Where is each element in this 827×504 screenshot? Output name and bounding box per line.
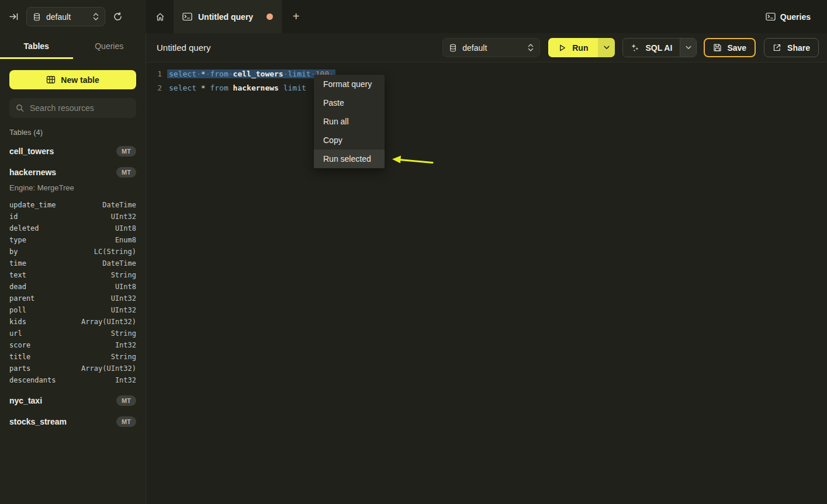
column-name: title: [9, 353, 30, 361]
column-name: type: [9, 236, 26, 244]
column-type: String: [111, 353, 136, 361]
terminal-icon: [766, 12, 776, 21]
tables-section-label: Tables (4): [9, 128, 136, 137]
query-header: Untitled query default: [146, 33, 827, 62]
code-token: select: [169, 69, 196, 78]
column-row: update_timeDateTime: [9, 199, 136, 211]
column-name: poll: [9, 306, 26, 314]
table-name: hackernews: [9, 168, 56, 177]
collapse-sidebar-icon[interactable]: [9, 12, 19, 22]
engine-badge: MT: [116, 167, 136, 178]
main-area: Untitled query default: [146, 33, 827, 504]
sidebar-tab-tables[interactable]: Tables: [0, 33, 73, 59]
share-button[interactable]: Share: [764, 38, 819, 57]
sql-editor[interactable]: 1select·*·from·cell_towers·limit·100·2se…: [146, 62, 827, 504]
unsaved-dot: [267, 13, 273, 20]
table-row-stocks_stream[interactable]: stocks_streamMT: [9, 415, 136, 428]
column-type: UInt8: [115, 283, 136, 291]
column-row: parentUInt32: [9, 293, 136, 304]
column-name: text: [9, 271, 26, 279]
menu-item-run-all[interactable]: Run all: [314, 112, 385, 131]
code-text: select * from hackernews limit: [169, 84, 306, 92]
line-number: 1: [149, 69, 162, 78]
sql-ai-button[interactable]: SQL AI: [623, 39, 680, 57]
sidebar-tab-queries[interactable]: Queries: [73, 33, 146, 59]
new-table-label: New table: [61, 75, 99, 85]
add-tab-button[interactable]: +: [282, 0, 310, 33]
sql-ai-label: SQL AI: [645, 43, 672, 53]
column-row: deadUInt8: [9, 281, 136, 293]
database-icon: [33, 13, 41, 21]
context-menu: Format queryPasteRun allCopyRun selected: [314, 75, 385, 168]
table-row-nyc_taxi[interactable]: nyc_taxiMT: [9, 394, 136, 407]
header-database-value: default: [462, 43, 487, 53]
save-button[interactable]: Save: [704, 38, 756, 57]
table-name: stocks_stream: [9, 417, 67, 426]
code-token: hackernews: [233, 84, 279, 92]
sql-ai-button-group: SQL AI: [622, 38, 697, 57]
table-row-hackernews[interactable]: hackernewsMT: [9, 166, 136, 179]
code-token: *: [201, 69, 206, 78]
column-row: textString: [9, 269, 136, 281]
terminal-icon: [182, 12, 192, 21]
top-bar: default: [0, 0, 827, 33]
column-row: urlString: [9, 328, 136, 339]
column-type: DateTime: [102, 259, 136, 267]
run-dropdown-button[interactable]: [598, 38, 615, 57]
column-name: url: [9, 329, 22, 338]
database-selector-value: default: [46, 12, 71, 22]
run-button-group: Run: [548, 38, 615, 57]
home-icon[interactable]: [146, 0, 174, 33]
refresh-icon[interactable]: [113, 12, 123, 22]
column-type: UInt32: [111, 306, 136, 314]
menu-item-run-selected[interactable]: Run selected: [314, 150, 385, 168]
menu-item-copy[interactable]: Copy: [314, 131, 385, 150]
code-token: from: [210, 69, 228, 78]
editor-lines: 1select·*·from·cell_towers·limit·100·2se…: [146, 67, 827, 95]
column-name: score: [9, 341, 30, 349]
line-number: 2: [149, 84, 162, 92]
chevron-updown-icon: [93, 12, 99, 21]
database-selector[interactable]: default: [26, 7, 105, 26]
tab-untitled-query[interactable]: Untitled query: [174, 0, 282, 33]
query-title: Untitled query: [157, 43, 211, 53]
menu-item-paste[interactable]: Paste: [314, 93, 385, 112]
column-type: UInt32: [111, 294, 136, 303]
column-row: pollUInt32: [9, 304, 136, 316]
column-row: partsArray(UInt32): [9, 363, 136, 374]
run-label: Run: [572, 43, 588, 53]
editor-line-1[interactable]: 1select·*·from·cell_towers·limit·100·: [146, 67, 827, 81]
column-name: by: [9, 248, 18, 256]
save-label: Save: [727, 43, 746, 53]
search-input[interactable]: [29, 103, 130, 113]
save-icon: [713, 43, 722, 52]
menu-item-format-query[interactable]: Format query: [314, 75, 385, 93]
column-row: byLC(String): [9, 246, 136, 258]
column-type: UInt8: [115, 224, 136, 232]
table-name: nyc_taxi: [9, 396, 42, 405]
column-row: titleString: [9, 351, 136, 363]
columns-list: update_timeDateTimeidUInt32deletedUInt8t…: [9, 199, 136, 386]
column-name: dead: [9, 283, 26, 291]
column-type: Int32: [115, 376, 136, 384]
engine-badge: MT: [116, 395, 136, 406]
code-token: limit: [288, 69, 311, 78]
table-row-cell_towers[interactable]: cell_towersMT: [9, 145, 136, 158]
column-row: typeEnum8: [9, 234, 136, 246]
sparkles-icon: [631, 43, 639, 52]
editor-line-2[interactable]: 2select * from hackernews limit: [146, 81, 827, 95]
sidebar: Tables Queries New table Tables (4) cell…: [0, 33, 146, 504]
column-name: descendants: [9, 376, 56, 384]
column-type: UInt32: [111, 213, 136, 221]
new-table-button[interactable]: New table: [9, 70, 136, 89]
queries-button[interactable]: Queries: [766, 0, 827, 33]
tables-list: cell_towersMThackernewsMTEngine: MergeTr…: [0, 145, 146, 428]
header-database-selector[interactable]: default: [442, 38, 540, 57]
sql-ai-dropdown-button[interactable]: [680, 39, 696, 57]
chevron-updown-icon: [528, 43, 534, 52]
column-name: update_time: [9, 201, 56, 209]
column-row: descendantsInt32: [9, 374, 136, 386]
run-button[interactable]: Run: [548, 38, 598, 57]
column-name: time: [9, 259, 26, 267]
whitespace-dot: ·: [283, 69, 288, 78]
